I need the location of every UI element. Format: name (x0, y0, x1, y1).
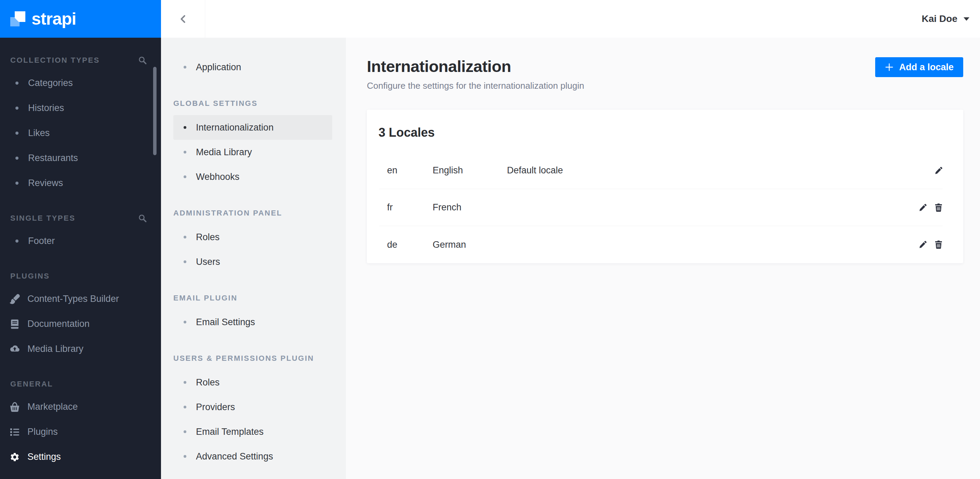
settings-sidebar: ApplicationGLOBAL SETTINGSInternationali… (161, 38, 346, 479)
add-locale-button[interactable]: Add a locale (875, 57, 963, 77)
settings-nav-item-roles[interactable]: Roles (173, 370, 332, 395)
sidebar-item-likes[interactable]: Likes (0, 121, 161, 146)
settings-group-header-users-permissions-plugin: USERS & PERMISSIONS PLUGIN (161, 347, 346, 370)
book-icon (10, 319, 20, 329)
settings-nav-item-webhooks[interactable]: Webhooks (173, 164, 332, 189)
paintbrush-icon (10, 294, 20, 304)
sidebar-item-label: Restaurants (28, 153, 78, 164)
settings-nav-item-application[interactable]: Application (173, 55, 332, 80)
sidebar-item-content-types-builder[interactable]: Content-Types Builder (0, 286, 161, 312)
locales-table: enEnglishDefault localefrFrenchdeGerman (379, 152, 943, 263)
section-label: GENERAL (10, 380, 53, 388)
sidebar-item-footer[interactable]: Footer (0, 229, 161, 253)
main-content: Internationalization Configure the setti… (346, 38, 980, 479)
search-icon[interactable] (138, 214, 146, 222)
plus-icon (885, 63, 894, 72)
settings-nav-item-label: Email Templates (196, 426, 264, 437)
settings-group-top: Application (161, 55, 346, 80)
gear-icon (10, 452, 20, 462)
settings-nav-item-label: Application (196, 62, 241, 73)
settings-nav-item-label: Media Library (196, 147, 252, 158)
settings-nav-item-label: Advanced Settings (196, 451, 273, 462)
sidebar-item-marketplace[interactable]: Marketplace (0, 395, 161, 419)
main-sidebar: strapi COLLECTION TYPESCategoriesHistori… (0, 0, 161, 479)
sidebar-item-label: Categories (28, 78, 73, 88)
sidebar-item-histories[interactable]: Histories (0, 95, 161, 121)
edit-locale-button[interactable] (919, 204, 927, 212)
list-icon (10, 427, 20, 437)
edit-locale-button[interactable] (919, 240, 927, 249)
user-menu[interactable]: Kai Doe (922, 13, 969, 24)
page-subtitle: Configure the settings for the internati… (367, 81, 584, 91)
locale-row-de: deGerman (379, 226, 943, 263)
settings-nav-item-providers[interactable]: Providers (173, 395, 332, 419)
bullet-icon (16, 132, 19, 135)
user-name: Kai Doe (922, 13, 958, 24)
delete-locale-button[interactable] (934, 204, 943, 212)
pencil-icon (934, 167, 943, 175)
pencil-icon (919, 204, 927, 212)
sidebar-item-categories[interactable]: Categories (0, 71, 161, 95)
bullet-icon (16, 107, 19, 110)
sidebar-section-header-general: GENERAL (0, 374, 161, 395)
bullet-icon (184, 236, 186, 239)
sidebar-section-plugins: PLUGINSContent-Types BuilderDocumentatio… (0, 266, 161, 361)
brand-name: strapi (32, 9, 76, 29)
sidebar-scrollbar[interactable] (153, 67, 156, 155)
bullet-icon (16, 181, 19, 185)
sidebar-section-collection-types: COLLECTION TYPESCategoriesHistoriesLikes… (0, 50, 161, 196)
sidebar-item-label: Content-Types Builder (27, 294, 119, 304)
locale-row-actions (919, 204, 943, 212)
trash-icon (934, 240, 943, 249)
search-icon[interactable] (138, 56, 146, 64)
edit-locale-button[interactable] (934, 167, 943, 175)
sidebar-item-label: Marketplace (27, 401, 78, 412)
strapi-logo[interactable]: strapi (0, 0, 161, 38)
sidebar-item-label: Likes (28, 128, 50, 138)
bullet-icon (184, 321, 186, 323)
settings-nav-item-users[interactable]: Users (173, 250, 332, 274)
settings-group-email-plugin: EMAIL PLUGINEmail Settings (161, 286, 346, 334)
sidebar-item-restaurants[interactable]: Restaurants (0, 146, 161, 170)
section-label: PLUGINS (10, 272, 50, 281)
sidebar-section-general: GENERALMarketplacePluginsSettings (0, 374, 161, 469)
settings-group-header-administration-panel: ADMINISTRATION PANEL (161, 202, 346, 225)
settings-nav-item-advanced-settings[interactable]: Advanced Settings (173, 444, 332, 469)
sidebar-item-media-library[interactable]: Media Library (0, 336, 161, 361)
bullet-icon (184, 175, 186, 178)
caret-down-icon (964, 17, 969, 21)
sidebar-item-label: Plugins (27, 426, 58, 437)
delete-locale-button[interactable] (934, 240, 943, 249)
sidebar-item-documentation[interactable]: Documentation (0, 312, 161, 336)
back-button[interactable] (161, 0, 205, 38)
bullet-icon (16, 157, 19, 160)
settings-group-users-permissions-plugin: USERS & PERMISSIONS PLUGINRolesProviders… (161, 347, 346, 469)
cloud-upload-icon (10, 344, 20, 354)
sidebar-item-plugins[interactable]: Plugins (0, 419, 161, 444)
sidebar-item-label: Settings (27, 452, 61, 462)
sidebar-item-settings[interactable]: Settings (0, 444, 161, 469)
settings-group-header-global-settings: GLOBAL SETTINGS (161, 92, 346, 115)
settings-nav-item-email-settings[interactable]: Email Settings (173, 310, 332, 334)
settings-nav-item-media-library[interactable]: Media Library (173, 140, 332, 164)
settings-nav-item-email-templates[interactable]: Email Templates (173, 419, 332, 444)
locale-name: German (433, 240, 507, 250)
main-sidebar-nav: COLLECTION TYPESCategoriesHistoriesLikes… (0, 50, 161, 469)
settings-nav-item-internationalization[interactable]: Internationalization (173, 115, 332, 140)
settings-nav-item-roles[interactable]: Roles (173, 225, 332, 250)
sidebar-item-label: Media Library (27, 344, 84, 354)
settings-group-global-settings: GLOBAL SETTINGSInternationalizationMedia… (161, 92, 346, 189)
trash-icon (934, 204, 943, 212)
bullet-icon (16, 240, 19, 243)
settings-group-administration-panel: ADMINISTRATION PANELRolesUsers (161, 202, 346, 274)
sidebar-section-single-types: SINGLE TYPESFooter (0, 208, 161, 253)
bullet-icon (184, 66, 186, 68)
sidebar-item-reviews[interactable]: Reviews (0, 170, 161, 196)
bullet-icon (184, 455, 186, 458)
sidebar-section-header-plugins: PLUGINS (0, 266, 161, 286)
settings-nav-item-label: Users (196, 257, 220, 267)
locale-code: de (387, 240, 433, 250)
locale-default-tag: Default locale (507, 165, 934, 176)
locale-name: English (433, 165, 507, 176)
bullet-icon (184, 381, 186, 384)
